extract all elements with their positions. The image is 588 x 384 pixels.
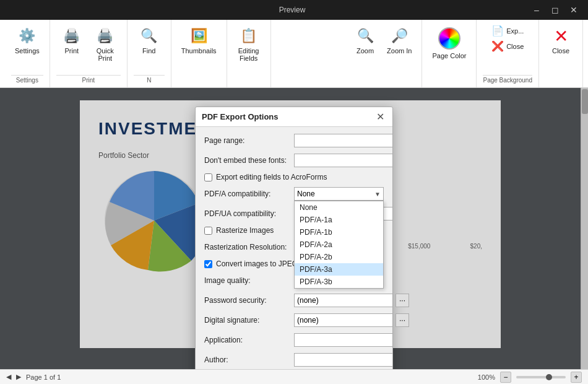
rasterize-label: Rasterize Images: [216, 226, 274, 235]
zoom-out-button[interactable]: −: [500, 372, 511, 383]
zoom-in-icon: 🔎: [389, 26, 409, 46]
close-button-ribbon[interactable]: ✕ Close: [545, 24, 576, 57]
main-content: INVESTMENT PORTFO Portfolio Sector: [0, 88, 588, 369]
zoom-thumb: [546, 374, 552, 380]
page-color-button[interactable]: Page Color: [428, 24, 470, 62]
page-range-label: Page range:: [204, 136, 294, 145]
scroll-right-button[interactable]: ▶: [16, 373, 21, 381]
close-ribbon-btn-label: Close: [552, 47, 569, 55]
scroll-left-button[interactable]: ◀: [6, 373, 11, 381]
pdfa-compatibility-row: PDF/A compatibility: None ▼ None PDF/A-1…: [204, 186, 384, 201]
minimize-button[interactable]: –: [529, 3, 545, 17]
pdfa-option-2a[interactable]: PDF/A-2a: [295, 238, 383, 251]
ribbon-group-zoom: 🔍 Zoom 🔎 Zoom In: [344, 20, 422, 87]
pdfa-dropdown-container: None ▼ None PDF/A-1a PDF/A-1b PDF/A-2a P…: [294, 187, 384, 201]
zoom-in-label: Zoom In: [387, 47, 412, 55]
digital-signature-more-button[interactable]: ···: [396, 313, 409, 327]
pdfa-dropdown-list: None PDF/A-1a PDF/A-1b PDF/A-2a PDF/A-2b…: [294, 201, 384, 289]
pdfa-option-3b[interactable]: PDF/A-3b: [295, 276, 383, 288]
zoom-in-status-button[interactable]: +: [571, 372, 582, 383]
dialog-body: Page range: Don't embed these fonts: Exp…: [196, 127, 392, 369]
pdfa-option-3a[interactable]: PDF/A-3a: [295, 263, 383, 276]
color-circle: [438, 27, 460, 50]
export-fields-checkbox[interactable]: [204, 173, 212, 181]
convert-jpeg-checkbox[interactable]: [204, 260, 212, 268]
pdfa-option-1a[interactable]: PDF/A-1a: [295, 214, 383, 226]
digital-signature-label: Digital signature:: [204, 316, 294, 325]
author-input[interactable]: [294, 353, 393, 367]
close-ribbon-icon: ❌: [491, 40, 504, 52]
zoom-in-button[interactable]: 🔎 Zoom In: [383, 24, 415, 57]
zoom-slider[interactable]: [516, 376, 566, 378]
settings-label: Settings: [15, 47, 40, 55]
pdfa-option-1b[interactable]: PDF/A-1b: [295, 226, 383, 238]
dialog-title-bar: PDF Export Options ✕: [196, 107, 392, 127]
close-ribbon-label: Close: [506, 43, 524, 50]
page-color-icon: [437, 26, 462, 51]
print-button[interactable]: 🖨️ Print: [56, 24, 87, 57]
zoom-level: 100%: [478, 373, 495, 381]
quick-print-button[interactable]: 🖨️ QuickPrint: [90, 24, 121, 64]
application-input[interactable]: [294, 333, 393, 347]
password-security-more-button[interactable]: ···: [396, 294, 409, 307]
settings-icon: ⚙️: [17, 26, 37, 46]
page-bg-section-title: Page Background: [483, 75, 532, 84]
editing-fields-icon: 📋: [239, 26, 259, 46]
find-button[interactable]: 🔍 Find: [134, 24, 165, 57]
ribbon-group-page-bg: 📄 Exp... ❌ Close Page Background: [477, 20, 539, 87]
ribbon-group-thumbnails: 🖼️ Thumbnails: [171, 20, 227, 87]
ribbon-group-close: ✕ Close: [539, 20, 583, 87]
dialog-close-button[interactable]: ✕: [374, 111, 386, 123]
rasterize-checkbox[interactable]: [204, 227, 212, 235]
dropdown-arrow-icon: ▼: [374, 191, 381, 198]
digital-signature-input[interactable]: [294, 313, 393, 327]
close-button[interactable]: ✕: [566, 3, 582, 17]
password-security-label: Password security:: [204, 296, 294, 305]
ribbon-group-editing: 📋 EditingFields: [227, 20, 271, 87]
ribbon-group-find: 🔍 Find N: [128, 20, 171, 87]
settings-section-title: Settings: [11, 75, 43, 84]
password-security-row: Password security: ···: [204, 293, 384, 308]
print-label: Print: [64, 47, 79, 55]
editing-fields-button[interactable]: 📋 EditingFields: [233, 24, 264, 64]
exp-label: Exp...: [506, 27, 524, 35]
close-ribbon-button[interactable]: ❌ Close: [488, 39, 527, 53]
zoom-label: Zoom: [357, 47, 374, 55]
ribbon-group-print: 🖨️ Print 🖨️ QuickPrint Print: [50, 20, 128, 87]
dont-embed-fonts-row: Don't embed these fonts:: [204, 153, 384, 168]
ribbon: ⚙️ Settings Settings 🖨️ Print 🖨️ QuickPr…: [0, 20, 588, 88]
pdf-export-dialog: PDF Export Options ✕ Page range: Don't e…: [195, 107, 393, 369]
modal-overlay: PDF Export Options ✕ Page range: Don't e…: [0, 88, 588, 369]
exp-button[interactable]: 📄 Exp...: [488, 24, 527, 38]
application-label: Application:: [204, 336, 294, 344]
status-right: 100% − +: [478, 372, 582, 383]
page-range-input[interactable]: [294, 134, 393, 147]
settings-button[interactable]: ⚙️ Settings: [11, 24, 43, 57]
image-quality-label: Image quality:: [204, 276, 294, 285]
ribbon-group-page-color: Page Color: [422, 20, 477, 87]
pdfa-selected-value: None: [297, 190, 315, 198]
zoom-button[interactable]: 🔍 Zoom: [350, 24, 381, 57]
window-controls[interactable]: – ◻ ✕: [529, 3, 582, 17]
status-bar: ◀ ▶ Page 1 of 1 100% − +: [0, 369, 588, 384]
pdfa-option-none[interactable]: None: [295, 201, 383, 214]
find-section-title: N: [134, 75, 165, 84]
exp-icon: 📄: [491, 25, 504, 37]
pdfa-option-2b[interactable]: PDF/A-2b: [295, 251, 383, 263]
thumbnails-icon: 🖼️: [189, 26, 209, 46]
print-icon: 🖨️: [62, 26, 82, 46]
author-label: Author:: [204, 356, 294, 364]
thumbnails-button[interactable]: 🖼️ Thumbnails: [178, 24, 220, 57]
quick-print-icon: 🖨️: [95, 26, 115, 46]
quick-print-label: QuickPrint: [97, 47, 114, 62]
maximize-button[interactable]: ◻: [547, 3, 563, 17]
pdfa-dropdown-trigger[interactable]: None ▼: [294, 187, 384, 201]
page-range-row: Page range:: [204, 133, 384, 148]
close-icon: ✕: [551, 26, 571, 46]
export-fields-label: Export editing fields to AcroForms: [216, 173, 327, 181]
password-security-input[interactable]: [294, 294, 393, 307]
zoom-icon: 🔍: [355, 26, 375, 46]
convert-jpeg-label: Convert images to JPEG: [216, 260, 298, 268]
find-label: Find: [142, 47, 155, 55]
dont-embed-fonts-input[interactable]: [294, 154, 393, 167]
